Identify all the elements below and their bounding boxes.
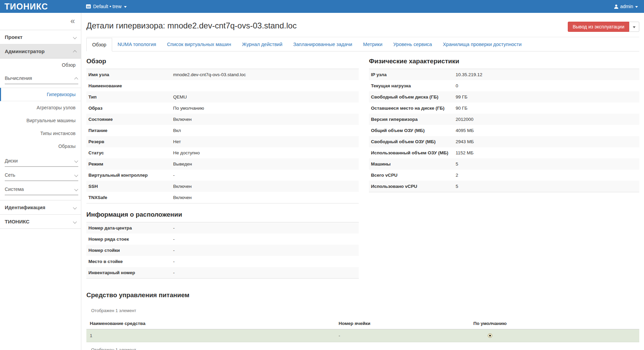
sidebar-item-host-aggregates[interactable]: Агрегаторы узлов — [0, 101, 81, 114]
detail-row: РежимВыведен — [86, 158, 359, 170]
sidebar-item-label: ТИОНИКС — [5, 219, 29, 224]
detail-value: mnode2.dev-cnt7q-ovs-03.stand.loc — [173, 72, 357, 77]
top-navbar: ТИОНИКС Default • trew admin — [0, 0, 644, 13]
detail-row: Общий объем ОЗУ (МБ)4095 МБ — [369, 125, 639, 136]
chevron-down-icon — [73, 205, 77, 209]
detail-label: Номер стойки — [88, 248, 173, 253]
detail-value: 0 — [456, 83, 637, 88]
sidebar-item-instances[interactable]: Виртуальные машины — [0, 114, 81, 127]
detail-label: IP узла — [371, 72, 456, 77]
caret-down-icon — [635, 6, 638, 8]
sidebar-item-images[interactable]: Образы — [0, 140, 81, 153]
table-cell-spacer — [545, 329, 639, 342]
detail-label: Машины — [371, 161, 456, 167]
detail-row: Номер дата-центра- — [86, 222, 359, 234]
user-icon — [614, 4, 618, 9]
page-header: Детали гипервизора: mnode2.dev-cnt7q-ovs… — [86, 13, 639, 37]
detail-row: Версия гипервизора2012000 — [369, 114, 639, 125]
sidebar-item-overview[interactable]: Обзор — [0, 59, 81, 71]
user-menu[interactable]: admin — [614, 4, 638, 9]
detail-row: SSHВключен — [86, 181, 359, 192]
sidebar-item-tionix[interactable]: ТИОНИКС — [0, 214, 81, 229]
detail-label: Общий объем ОЗУ (МБ) — [371, 128, 456, 133]
power-section-title: Средство управления питанием — [86, 291, 639, 299]
table-count-caption-top: Отображен 1 элемент — [86, 303, 639, 318]
detail-row: Инвентарный номер- — [86, 267, 359, 278]
detail-label: Состояние — [88, 117, 173, 122]
tab-scheduled-tasks[interactable]: Запланированные задачи — [288, 38, 358, 51]
detail-value: 2012000 — [456, 117, 637, 122]
context-label: Default • trew — [93, 4, 122, 9]
sidebar-item-admin[interactable]: Администратор — [0, 44, 81, 59]
detail-value: 99 ГБ — [456, 94, 637, 100]
detail-label: Питание — [88, 128, 173, 133]
detail-label: Инвентарный номер — [88, 270, 173, 275]
column-header-cell-number: Номер ячейки — [335, 318, 435, 329]
tab-vm-list[interactable]: Список виртуальных машин — [162, 38, 236, 51]
sidebar-section-label: Вычисления — [5, 75, 32, 81]
detail-value: По умолчанию — [173, 106, 357, 111]
sidebar-section-compute[interactable]: Вычисления — [5, 71, 78, 84]
detail-row: Свободный объем диска (ГБ)99 ГБ — [369, 91, 639, 103]
detail-value: 4095 МБ — [456, 128, 637, 133]
tab-service-level[interactable]: Уровень сервиса — [388, 38, 437, 51]
detail-label: Использовано vCPU — [371, 184, 456, 189]
detail-value: 2 — [456, 173, 637, 178]
column-header-name: Наименование средства — [86, 318, 335, 329]
detail-value: - — [173, 225, 357, 231]
detail-columns: Обзор Имя узлаmnode2.dev-cnt7q-ovs-03.st… — [86, 51, 639, 279]
sidebar-item-identity[interactable]: Идентификация — [0, 200, 81, 214]
detail-value: Вкл — [173, 128, 357, 133]
detail-value: QEMU — [173, 94, 357, 100]
chevron-down-icon — [73, 35, 77, 39]
project-context-switcher[interactable]: Default • trew — [86, 4, 127, 9]
chevron-down-icon — [74, 173, 78, 177]
detail-label: Статус — [88, 150, 173, 155]
chevron-down-icon — [74, 159, 78, 162]
detail-row: РезервНет — [86, 136, 359, 147]
tab-metrics[interactable]: Метрики — [358, 38, 388, 51]
brand-logo[interactable]: ТИОНИКС — [0, 2, 81, 12]
sidebar-section-network[interactable]: Сеть — [5, 167, 78, 181]
tab-bar: Обзор NUMA топология Список виртуальных … — [86, 38, 639, 51]
detail-row: Машины5 — [369, 158, 639, 170]
sidebar-item-project[interactable]: Проект — [0, 30, 81, 44]
chevron-down-icon — [74, 187, 78, 191]
detail-value: Нет — [173, 139, 357, 144]
sidebar-item-flavors[interactable]: Типы инстансов — [0, 127, 81, 140]
tab-action-log[interactable]: Журнал действий — [236, 38, 288, 51]
sidebar-collapse-button[interactable]: « — [70, 16, 75, 25]
default-radio-checked[interactable] — [488, 333, 492, 338]
detail-label: SSH — [88, 184, 173, 189]
chevron-up-icon — [74, 77, 78, 81]
sidebar-item-label: Проект — [5, 34, 22, 40]
detail-row: Использовано vCPU5 — [369, 181, 639, 192]
detail-label: Резерв — [88, 139, 173, 144]
tab-availability-storages[interactable]: Хранилища проверки доступности — [437, 38, 527, 51]
detail-row: СтатусНе доступно — [86, 147, 359, 158]
decommission-button[interactable]: Вывод из эксплуатации — [568, 22, 629, 32]
overview-section-title: Обзор — [86, 58, 359, 65]
page-layout: « Проект Администратор Обзор Вычисления … — [0, 13, 644, 350]
sidebar-bottom-group: Идентификация ТИОНИКС — [0, 200, 81, 229]
detail-value: - — [173, 173, 357, 178]
detail-row: Использованный объем ОЗУ (МБ)1152 МБ — [369, 147, 639, 158]
detail-value: 5 — [456, 184, 637, 189]
tab-overview[interactable]: Обзор — [86, 38, 112, 51]
detail-label: TNXSafe — [88, 195, 173, 200]
action-dropdown-button[interactable] — [629, 22, 639, 32]
detail-label: Режим — [88, 161, 173, 167]
user-label: admin — [620, 4, 633, 9]
sidebar-section-disks[interactable]: Диски — [5, 153, 78, 167]
sidebar-item-label: Администратор — [5, 48, 45, 54]
detail-value: Включен — [173, 117, 357, 122]
detail-label: Текущая нагрузка — [371, 83, 456, 88]
detail-label: Версия гипервизора — [371, 117, 456, 122]
chevron-up-icon — [73, 50, 77, 54]
sidebar-item-hypervisors[interactable]: Гипервизоры — [0, 88, 81, 101]
detail-row: ОбразПо умолчанию — [86, 103, 359, 114]
detail-value: Включен — [173, 195, 357, 200]
detail-value: - — [173, 248, 357, 253]
sidebar-section-system[interactable]: Система — [5, 181, 78, 195]
tab-numa-topology[interactable]: NUMA топология — [112, 38, 162, 51]
